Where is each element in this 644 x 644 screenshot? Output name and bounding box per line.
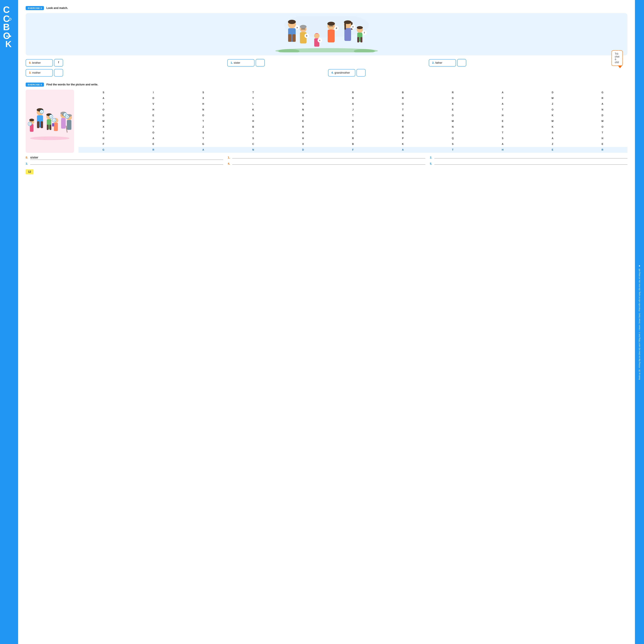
svg-text:c: c: [319, 39, 320, 42]
ws-cell: H: [278, 130, 328, 136]
ws-cell: T: [78, 101, 128, 107]
ws-cell: R: [328, 136, 378, 141]
match-item-4: 4. grandmother: [328, 69, 628, 77]
ws-cell: S: [528, 130, 578, 136]
tooltip-text: Trò chơi ô chữ: [615, 53, 619, 64]
ws-cell: D: [128, 95, 178, 101]
ws-cell: F: [328, 147, 378, 153]
exercise4-area: 0 1 2: [26, 90, 627, 153]
match-word-0: 0. brother: [26, 59, 53, 67]
match-item-1: 1. sister: [227, 59, 426, 67]
ws-cell: R: [577, 147, 627, 153]
ws-cell: H: [228, 118, 278, 124]
ws-cell: G: [577, 90, 627, 95]
ws-cell: B: [228, 124, 278, 130]
ws-cell: S: [478, 136, 528, 141]
ws-cell: D: [278, 147, 328, 153]
svg-text:2: 2: [51, 116, 52, 118]
write-value-0: sister: [30, 156, 38, 159]
match-word-2-text: father: [435, 61, 442, 64]
ws-cell: E: [278, 90, 328, 95]
ws-cell: M: [528, 95, 578, 101]
exercise4-badge: EXERCISE 4: [26, 83, 44, 87]
ws-cell: N: [577, 107, 627, 113]
write-item-1: 1.: [228, 156, 425, 159]
write-line-1[interactable]: [232, 158, 425, 158]
match-answer-1[interactable]: [256, 59, 265, 67]
ws-cell: A: [478, 141, 528, 147]
ws-cell: R: [328, 95, 378, 101]
write-line-4[interactable]: [232, 164, 425, 165]
svg-point-2: [9, 18, 11, 20]
ws-cell: Y: [128, 124, 178, 130]
write-line-5[interactable]: [434, 164, 627, 165]
ws-cell: O: [128, 118, 178, 124]
ws-cell: R: [378, 124, 428, 130]
svg-rect-64: [41, 121, 43, 128]
ws-cell: O: [428, 113, 478, 118]
svg-point-7: [10, 35, 11, 37]
ws-cell: A: [328, 124, 378, 130]
ws-cell: B: [378, 90, 428, 95]
ws-cell: N: [178, 107, 228, 113]
ws-cell: D: [78, 113, 128, 118]
ws-cell: Z: [178, 124, 228, 130]
match-answer-4[interactable]: [356, 69, 366, 77]
svg-text:5: 5: [67, 116, 68, 118]
match-answer-2[interactable]: [457, 59, 466, 67]
match-answer-0[interactable]: f: [54, 59, 63, 67]
svg-point-6: [6, 35, 8, 37]
ex4-illustration: 0 1 2: [27, 102, 72, 140]
match-answer-3[interactable]: [54, 69, 63, 77]
ws-cell: T: [478, 107, 528, 113]
ws-cell: O: [78, 107, 128, 113]
match-num-4: 4.: [331, 71, 334, 74]
ws-cell: K: [378, 141, 428, 147]
ws-cell: E: [128, 113, 178, 118]
write-line-3[interactable]: [30, 164, 223, 165]
ws-cell: H: [577, 136, 627, 141]
svg-point-28: [314, 33, 320, 38]
ws-cell: V: [128, 101, 178, 107]
svg-text:3: 3: [54, 119, 55, 121]
ws-cell: A: [328, 101, 378, 107]
exercise3-badge: EXERCISE 3: [26, 6, 44, 10]
match-word-3: 3. mother: [26, 69, 53, 77]
svg-rect-15: [288, 34, 291, 42]
write-item-3: 3.: [26, 162, 223, 165]
ws-cell: R: [278, 124, 328, 130]
match-row-2: 3. mother 4. grandmother Trò chơi ô chữ: [26, 69, 627, 77]
ws-cell: R: [577, 95, 627, 101]
ws-cell: F: [78, 141, 128, 147]
write-num-5: 5.: [430, 162, 433, 165]
write-item-0: 0. sister: [26, 156, 223, 160]
ws-cell: K: [228, 107, 278, 113]
ws-cell: D: [528, 90, 578, 95]
write-line-2[interactable]: [434, 158, 627, 158]
write-num-3: 3.: [26, 162, 29, 165]
ws-cell: O: [378, 101, 428, 107]
right-sidebar: ● Build-up 1B - Không đáp án (theo bộ sá…: [635, 0, 644, 644]
ws-table: SISTERBRADGADXYTRRDFMRTVHLNAOXAZAOHNKNJT…: [78, 90, 627, 153]
ws-cell: B: [378, 130, 428, 136]
ws-cell: K: [528, 113, 578, 118]
ws-cell: M: [78, 118, 128, 124]
ws-cell: O: [178, 113, 228, 118]
write-line-0[interactable]: sister: [30, 156, 223, 160]
match-item-3: 3. mother: [26, 69, 325, 77]
svg-point-34: [327, 22, 335, 26]
page-number: 12: [26, 169, 34, 174]
ws-cell: A: [228, 113, 278, 118]
ws-cell: Z: [528, 141, 578, 147]
ws-cell: H: [178, 101, 228, 107]
ws-cell: H: [128, 107, 178, 113]
ws-cell: R: [128, 147, 178, 153]
ws-cell: E: [378, 118, 428, 124]
ws-cell: T: [577, 130, 627, 136]
match-num-0: 0.: [29, 61, 31, 64]
right-sidebar-text: Build-up 1B - Không đáp án (theo bộ sách…: [638, 269, 641, 380]
ws-cell: O: [128, 130, 178, 136]
ex4-image: 0 1 2: [26, 90, 74, 153]
write-item-5: 5.: [430, 162, 627, 165]
ws-cell: T: [378, 107, 428, 113]
